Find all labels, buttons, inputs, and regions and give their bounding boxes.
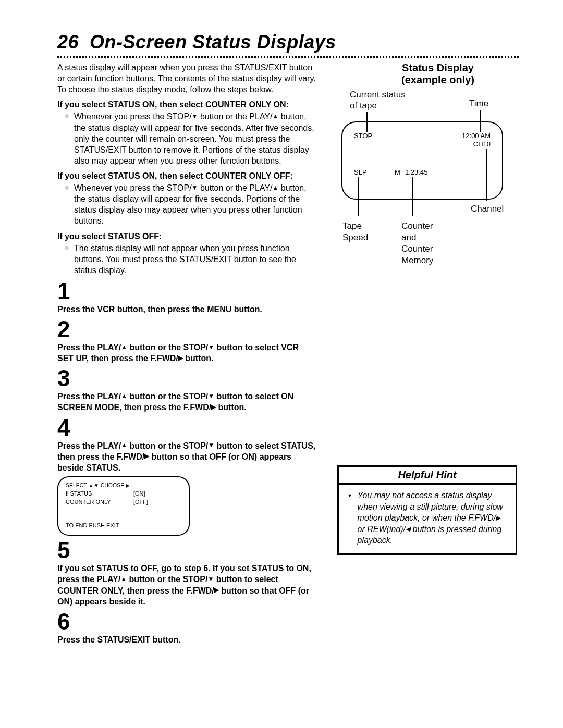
tv-counter-label: COUNTER ONLY: [66, 498, 133, 507]
helpful-hint-body: • You may not access a status display wh…: [339, 485, 516, 553]
section-3-body: The status display will not appear when …: [74, 243, 316, 276]
text: of tape: [350, 101, 377, 110]
callout-tape-speed: Tape Speed: [342, 220, 368, 243]
tv-counter-value: [OFF]: [133, 498, 148, 507]
step-5-text: If you set STATUS to OFF, go to step 6. …: [57, 563, 316, 607]
triangle-right-icon: ▶: [496, 514, 500, 522]
osd-stop: STOP: [354, 132, 372, 140]
text: button or the STOP/: [127, 575, 207, 584]
bullet-icon: [65, 246, 69, 250]
page-title: 26 On-Screen Status Displays: [57, 31, 519, 53]
callout-counter: Counter and Counter Memory: [401, 220, 433, 266]
step-2-number: 2: [57, 318, 316, 341]
triangle-right-icon: ▶: [214, 586, 219, 595]
manual-page: 26 On-Screen Status Displays A status di…: [0, 0, 563, 728]
pointer-line: [486, 149, 487, 201]
left-column: A status display will appear when you pr…: [57, 62, 316, 646]
triangle-right-icon: ▶: [211, 403, 216, 412]
helpful-hint-box: Helpful Hint • You may not access a stat…: [337, 465, 517, 555]
triangle-up-icon: ▲: [272, 184, 278, 192]
step-4-number: 4: [57, 416, 316, 439]
text: button.: [183, 354, 214, 363]
hint-bullet: • You may not access a status display wh…: [348, 490, 508, 546]
osd-tape-speed: SLP: [354, 168, 367, 176]
step-6-text: Press the STATUS/EXIT button.: [57, 634, 316, 645]
text: Speed: [342, 232, 368, 242]
tv-screen-inset: SELECT ▲▼ CHOOSE ▶ ﬁ STATUS [ON] COUNTER…: [57, 476, 190, 536]
section-1-body: Whenever you press the STOP/▼ button or …: [74, 111, 316, 166]
text: Press the STATUS/EXIT button: [57, 635, 178, 644]
triangle-down-icon: ▼: [208, 441, 214, 450]
osd-counter: 1:23:45: [405, 168, 427, 176]
dotted-rule: [57, 56, 519, 58]
text: button or the STOP/: [127, 343, 208, 352]
triangle-up-icon: ▲: [272, 113, 278, 121]
tv-row-status: ﬁ STATUS [ON]: [66, 489, 181, 498]
step-1-text: Press the VCR button, then press the MEN…: [57, 304, 316, 315]
tv-select-line: SELECT ▲▼ CHOOSE ▶: [66, 482, 181, 489]
text: button or the STOP/: [127, 441, 208, 450]
intro-text: A status display will appear when you pr…: [57, 62, 316, 95]
section-2-body: Whenever you press the STOP/▼ button or …: [74, 182, 316, 226]
section-2-bullet: Whenever you press the STOP/▼ button or …: [57, 182, 316, 226]
osd-channel: CH10: [473, 140, 491, 148]
section-1-heading: If you select STATUS ON, then select COU…: [57, 99, 316, 110]
pointer-line: [412, 177, 413, 216]
section-3-heading: If you select STATUS OFF:: [57, 231, 316, 242]
step-6-number: 6: [57, 610, 316, 633]
step-2-text: Press the PLAY/▲ button or the STOP/▼ bu…: [57, 342, 316, 364]
step-3-text: Press the PLAY/▲ button or the STOP/▼ bu…: [57, 391, 316, 413]
step-1-number: 1: [57, 280, 316, 303]
right-column: Status Display (example only) Current st…: [326, 62, 519, 646]
triangle-down-icon: ▼: [192, 184, 198, 192]
section-1-bullet: Whenever you press the STOP/▼ button or …: [57, 111, 316, 166]
two-column-layout: A status display will appear when you pr…: [57, 62, 519, 646]
text: Counter: [401, 244, 433, 254]
section-3-bullet: The status display will not appear when …: [57, 243, 316, 276]
step-3-number: 3: [57, 367, 316, 390]
triangle-right-icon: ▶: [178, 354, 183, 363]
callout-current-status: Current status of tape: [350, 89, 406, 112]
pointer-line: [358, 177, 359, 216]
triangle-down-icon: ▼: [192, 113, 198, 121]
text: Whenever you press the STOP/: [74, 112, 192, 121]
osd-clock: 12:00 AM: [462, 132, 491, 140]
bullet-icon: [65, 114, 69, 118]
callout-time: Time: [469, 98, 488, 109]
bullet-dot-icon: •: [348, 490, 351, 546]
triangle-up-icon: ▲: [121, 343, 127, 352]
triangle-left-icon: ◀: [406, 525, 410, 533]
page-number: 26: [57, 31, 79, 53]
tv-status-value: [ON]: [133, 489, 145, 498]
sd-title-line1: Status Display: [357, 62, 519, 74]
callout-channel: Channel: [471, 204, 504, 214]
bullet-icon: [65, 186, 69, 190]
step-5-number: 5: [57, 539, 316, 562]
text: Press the PLAY/: [57, 441, 121, 450]
text: and: [401, 232, 416, 242]
text: Whenever you press the STOP/: [74, 183, 192, 192]
text: button or the PLAY/: [198, 112, 272, 121]
triangle-right-icon: ▶: [144, 452, 149, 461]
text: button.: [216, 403, 247, 412]
status-display-box: STOP 12:00 AM CH10 SLP M 1:23:45: [341, 121, 503, 200]
text: button or the STOP/: [127, 392, 208, 401]
text: You may not access a status display when…: [358, 491, 503, 522]
text: Memory: [401, 255, 433, 265]
helpful-hint-title: Helpful Hint: [339, 467, 516, 485]
tv-footer: TO END PUSH EXIT: [66, 521, 181, 530]
triangle-down-icon: ▼: [208, 392, 214, 401]
text: Current status: [350, 90, 406, 100]
text: .: [178, 635, 180, 644]
page-title-text: On-Screen Status Displays: [90, 31, 336, 53]
step-4-text: Press the PLAY/▲ button or the STOP/▼ bu…: [57, 440, 316, 473]
sd-title-line2: (example only): [357, 74, 519, 86]
osd-memory-flag: M: [395, 168, 400, 176]
triangle-up-icon: ▲: [121, 441, 127, 450]
tv-row-counter: COUNTER ONLY [OFF]: [66, 498, 181, 507]
triangle-up-icon: ▲: [121, 392, 127, 401]
text: Press the PLAY/: [57, 343, 121, 352]
text: Counter: [401, 221, 433, 231]
triangle-down-icon: ▼: [208, 343, 214, 352]
sd-top-labels: Current status of tape Time: [341, 89, 519, 119]
